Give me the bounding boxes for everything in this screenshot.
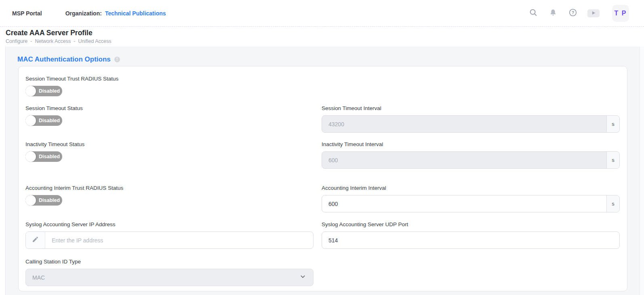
inactivity-timeout-status-toggle[interactable]: Disabled — [25, 151, 62, 162]
syslog-ip-label: Syslog Accounting Server IP Address — [25, 221, 314, 228]
breadcrumb-separator: - — [74, 38, 75, 44]
toggle-state-label: Disabled — [39, 118, 60, 123]
section-header: MAC Authentication Options ! — [17, 55, 644, 64]
user-avatar[interactable]: T P — [612, 5, 629, 22]
inactivity-timeout-interval-group: s — [322, 151, 620, 169]
section-title: MAC Authentication Options — [17, 55, 111, 64]
calling-station-id-label: Calling Station ID Type — [25, 259, 314, 265]
accounting-interim-interval-group: s — [322, 195, 620, 212]
toggle-knob — [25, 86, 36, 96]
seconds-unit-suffix: s — [606, 116, 619, 132]
row-inactivity-timeout: Inactivity Timeout Status Disabled Inact… — [25, 141, 620, 169]
toggle-knob — [25, 195, 36, 206]
edit-addon — [26, 232, 45, 248]
top-header: MSP Portal Organization: Technical Publi… — [0, 0, 644, 27]
breadcrumb-configure[interactable]: Configure — [6, 38, 27, 44]
row-session-timeout-trust: Session Timeout Trust RADIUS Status Disa… — [25, 76, 620, 96]
bell-icon — [549, 8, 557, 18]
accounting-interim-interval-input[interactable] — [322, 195, 606, 212]
inactivity-timeout-interval-label: Inactivity Timeout Interval — [322, 141, 620, 148]
pencil-icon — [32, 236, 39, 244]
search-button[interactable] — [528, 8, 539, 19]
toggle-state-label: Disabled — [39, 154, 60, 159]
breadcrumb-unified-access[interactable]: Unified Access — [78, 38, 111, 44]
video-tour-button[interactable] — [587, 9, 600, 17]
calling-station-id-select[interactable]: MAC — [25, 269, 314, 286]
accounting-interim-trust-toggle[interactable]: Disabled — [25, 195, 62, 206]
svg-text:?: ? — [572, 11, 574, 15]
inactivity-timeout-interval-input[interactable] — [322, 152, 606, 168]
breadcrumb: Configure - Network Access - Unified Acc… — [6, 38, 644, 44]
row-calling-station: Calling Station ID Type MAC — [25, 259, 620, 286]
row-session-timeout: Session Timeout Status Disabled Session … — [25, 105, 620, 133]
session-timeout-status-toggle[interactable]: Disabled — [25, 115, 62, 126]
breadcrumb-network-access[interactable]: Network Access — [35, 38, 71, 44]
organization-switcher: Organization: Technical Publications — [65, 10, 166, 17]
row-syslog: Syslog Accounting Server IP Address — [25, 221, 620, 249]
help-icon: ? — [568, 8, 577, 18]
seconds-unit-suffix: s — [606, 195, 619, 212]
breadcrumb-separator: - — [30, 38, 32, 44]
session-timeout-interval-group: s — [322, 115, 620, 133]
notifications-button[interactable] — [548, 8, 558, 19]
toggle-knob — [25, 115, 36, 126]
session-timeout-interval-label: Session Timeout Interval — [322, 105, 620, 112]
help-button[interactable]: ? — [568, 8, 578, 19]
content-area: MAC Authentication Options ! Session Tim… — [5, 47, 644, 295]
organization-label: Organization: — [65, 10, 102, 17]
header-actions: ? T P — [528, 5, 629, 22]
search-icon — [529, 8, 538, 18]
brand-title: MSP Portal — [12, 10, 42, 17]
syslog-port-group — [322, 231, 620, 249]
syslog-ip-input[interactable] — [45, 232, 313, 248]
session-timeout-trust-toggle[interactable]: Disabled — [25, 86, 62, 96]
page-title: Create AAA Server Profile — [6, 28, 644, 37]
organization-link[interactable]: Technical Publications — [105, 10, 166, 17]
session-timeout-interval-input[interactable] — [322, 116, 606, 132]
play-icon — [591, 10, 596, 16]
toggle-state-label: Disabled — [39, 197, 60, 203]
syslog-ip-group — [25, 231, 314, 249]
scrollbar-track[interactable] — [640, 47, 644, 295]
page-title-bar: Create AAA Server Profile Configure - Ne… — [0, 27, 644, 47]
inactivity-timeout-status-label: Inactivity Timeout Status — [25, 141, 314, 148]
select-value: MAC — [32, 274, 300, 281]
app-screen: MSP Portal Organization: Technical Publi… — [0, 0, 644, 295]
syslog-port-label: Syslog Accounting Server UDP Port — [322, 221, 620, 228]
chevron-down-icon — [300, 274, 306, 281]
toggle-knob — [25, 151, 36, 162]
syslog-port-input[interactable] — [322, 232, 619, 248]
accounting-interim-trust-label: Accounting Interim Trust RADIUS Status — [25, 185, 314, 191]
mac-auth-options-card: Session Timeout Trust RADIUS Status Disa… — [18, 66, 627, 291]
toggle-state-label: Disabled — [39, 88, 60, 94]
seconds-unit-suffix: s — [606, 152, 619, 168]
session-timeout-status-label: Session Timeout Status — [25, 105, 314, 112]
info-icon[interactable]: ! — [114, 57, 120, 62]
accounting-interim-interval-label: Accounting Interim Interval — [322, 185, 620, 191]
row-accounting-interim: Accounting Interim Trust RADIUS Status D… — [25, 185, 620, 212]
session-timeout-trust-label: Session Timeout Trust RADIUS Status — [25, 76, 314, 82]
